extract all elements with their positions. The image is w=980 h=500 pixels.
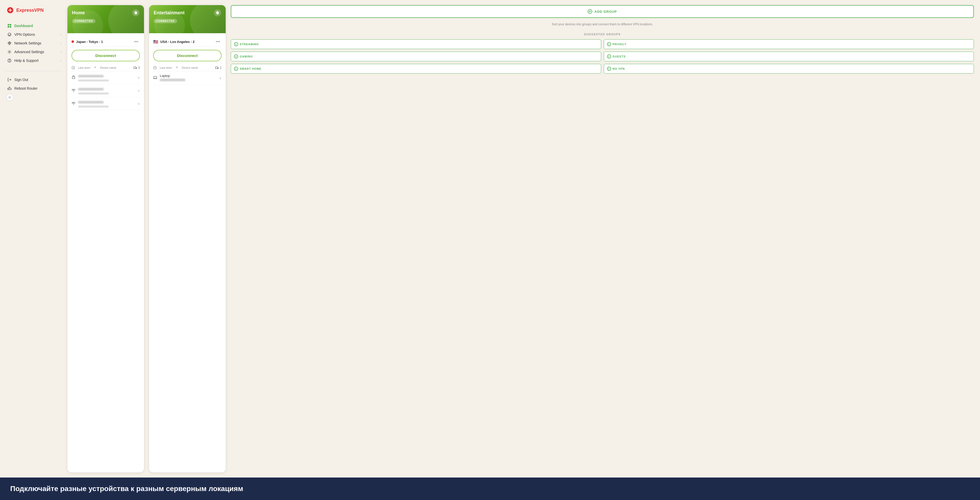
card-title: Home — [72, 10, 85, 16]
gear-icon — [7, 50, 12, 54]
logo: ExpressVPN — [6, 5, 62, 14]
sidebar-item-label: VPN Options — [14, 32, 58, 37]
wifi-icon — [72, 88, 76, 93]
plus-circle-icon: + — [607, 42, 611, 46]
sidebar-item-label: Help & Support — [14, 59, 58, 62]
suggested-item-smart-home[interactable]: + SMART HOME — [231, 64, 601, 73]
chevron-down-icon[interactable]: ∨ — [138, 89, 140, 93]
suggested-item-label: NO VPN — [612, 67, 625, 70]
list-item: ∨ — [72, 71, 140, 84]
content-area: Home CONNECTED Japan - Tokyo - 1 — [67, 5, 974, 473]
sidebar-collapse-button[interactable]: ⊙ — [6, 94, 13, 101]
device-name-label: Device name — [182, 66, 198, 69]
suggested-item-gaming[interactable]: + GAMING — [231, 52, 601, 61]
sidebar-item-label: Sign Out — [14, 78, 28, 82]
card-header-home: Home CONNECTED — [67, 5, 144, 33]
device-count: 3 — [138, 66, 140, 69]
chevron-down-icon: › — [60, 33, 61, 36]
question-icon — [7, 58, 12, 63]
plus-icon: + — [588, 9, 592, 14]
svg-rect-29 — [154, 77, 157, 78]
clock-icon — [72, 66, 75, 69]
disconnect-button[interactable]: Disconnect — [72, 50, 140, 61]
sidebar-item-sign-out[interactable]: Sign Out — [6, 75, 62, 84]
lock-icon — [72, 75, 76, 80]
svg-point-26 — [73, 104, 74, 105]
plus-circle-icon: + — [234, 42, 238, 46]
suggested-item-label: GUESTS — [612, 55, 626, 58]
device-list-header: Last seen Device name 3 — [72, 64, 140, 71]
group-card-entertainment: Entertainment CONNECTED 🇺🇸 USA - Los Ang… — [149, 5, 226, 473]
add-group-label: ADD GROUP — [594, 10, 617, 14]
chevron-down-icon[interactable]: ∨ — [138, 102, 140, 105]
status-badge: CONNECTED — [72, 19, 95, 23]
list-item: ∨ — [72, 97, 140, 110]
add-group-button[interactable]: + ADD GROUP — [231, 5, 974, 18]
svg-rect-2 — [8, 26, 9, 27]
group-card-home: Home CONNECTED Japan - Tokyo - 1 — [67, 5, 144, 473]
chevron-down-icon: › — [60, 42, 61, 45]
sidebar-item-help-support[interactable]: Help & Support › — [6, 56, 62, 65]
suggested-item-privacy[interactable]: + PRIVACY — [604, 39, 974, 49]
footer-banner: Подключайте разные устройства к разным с… — [0, 478, 980, 500]
plus-circle-icon: + — [607, 54, 611, 59]
chevron-down-icon: › — [60, 51, 61, 53]
suggested-groups-title: SUGGESTED GROUPS — [231, 33, 974, 36]
svg-point-20 — [9, 89, 10, 89]
svg-point-15 — [9, 51, 10, 53]
shield-icon — [7, 32, 12, 37]
sidebar-item-advanced-settings[interactable]: Advanced Settings › — [6, 48, 62, 56]
device-info — [78, 100, 135, 107]
chevron-down-icon[interactable]: ∨ — [219, 77, 221, 80]
card-settings-button[interactable] — [214, 9, 221, 16]
add-group-description: Sort your devices into groups and connec… — [231, 22, 974, 27]
chevron-down-icon[interactable]: ∨ — [138, 76, 140, 80]
sidebar-item-network-settings[interactable]: Network Settings › — [6, 39, 62, 48]
suggested-item-guests[interactable]: + GUESTS — [604, 52, 974, 61]
main-nav: Dashboard VPN Options › — [6, 21, 62, 65]
sidebar-item-vpn-options[interactable]: VPN Options › — [6, 30, 62, 39]
devices-icon — [215, 66, 219, 69]
sidebar-item-label: Network Settings — [14, 41, 58, 45]
suggested-item-streaming[interactable]: + STREAMING — [231, 39, 601, 49]
grid-icon — [7, 24, 12, 28]
list-item: Laptop ∨ — [153, 71, 221, 85]
plus-circle-icon: + — [234, 67, 238, 71]
sort-icon — [94, 66, 97, 69]
svg-rect-23 — [134, 67, 136, 69]
card-header-entertainment: Entertainment CONNECTED — [149, 5, 226, 33]
svg-rect-9 — [9, 44, 10, 45]
suggested-item-label: STREAMING — [240, 43, 259, 46]
suggested-item-label: GAMING — [240, 55, 253, 58]
svg-rect-3 — [10, 26, 11, 27]
card-settings-button[interactable] — [132, 9, 139, 16]
collapse-icon: ⊙ — [8, 96, 11, 99]
svg-rect-0 — [8, 24, 9, 26]
suggested-item-label: SMART HOME — [240, 67, 261, 70]
sidebar-item-dashboard[interactable]: Dashboard — [6, 21, 62, 30]
suggested-item-no-vpn[interactable]: + NO VPN — [604, 64, 974, 73]
footer-text: Подключайте разные устройства к разным с… — [10, 485, 970, 493]
exit-icon — [7, 77, 12, 82]
device-name-label: Device name — [100, 66, 116, 69]
svg-point-25 — [73, 91, 74, 92]
svg-point-19 — [8, 89, 9, 89]
plus-circle-icon: + — [607, 67, 611, 71]
card-title: Entertainment — [154, 10, 185, 16]
sidebar-item-label: Reboot Router — [14, 86, 38, 91]
svg-rect-28 — [215, 67, 218, 69]
device-count: 1 — [220, 66, 221, 69]
disconnect-button[interactable]: Disconnect — [153, 50, 221, 61]
sidebar-item-reboot-router[interactable]: Reboot Router — [6, 84, 62, 93]
last-seen-label: Last seen — [160, 66, 172, 69]
connection-dot — [72, 40, 74, 43]
logo-text: ExpressVPN — [16, 8, 44, 13]
device-list-header: Last seen Device name 1 — [153, 64, 221, 71]
svg-rect-24 — [72, 77, 75, 79]
list-item: ∨ — [72, 84, 140, 97]
device-info — [78, 74, 135, 81]
network-icon — [7, 41, 12, 45]
sort-icon — [175, 66, 179, 69]
suggested-groups-grid: + STREAMING + PRIVACY + GAMING + GUESTS … — [231, 39, 974, 73]
plus-circle-icon: + — [234, 54, 238, 59]
